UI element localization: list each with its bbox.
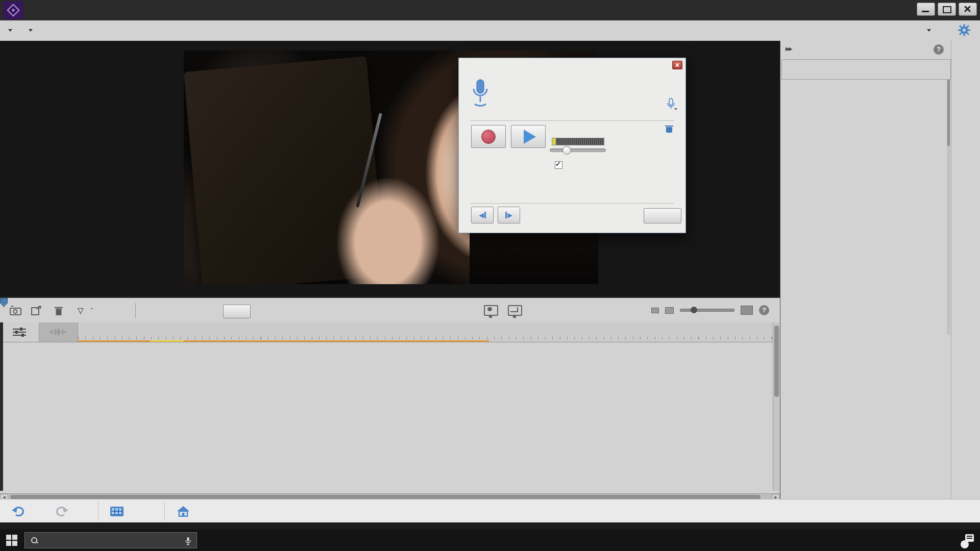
redo-button[interactable]	[55, 499, 74, 523]
narration-dialog: ◀ ▶	[458, 58, 686, 233]
dialog-close-icon[interactable]	[672, 61, 682, 69]
time-ruler[interactable]	[78, 322, 773, 342]
snapshot-camera-icon[interactable]	[9, 305, 22, 317]
chevron-down-icon	[29, 29, 33, 34]
collapse-panel-icon[interactable]: ▶▶	[786, 46, 791, 52]
window-controls	[917, 3, 977, 16]
previous-button[interactable]: ◀	[471, 207, 494, 223]
zoom-small-icon[interactable]	[665, 307, 674, 314]
zoom-out-icon[interactable]	[651, 308, 659, 313]
notification-badge	[961, 540, 969, 548]
record-button[interactable]	[471, 125, 506, 148]
tools-panel: ▶▶ ?	[780, 41, 980, 499]
sensitivity-slider-thumb[interactable]	[562, 146, 571, 155]
start-button[interactable]	[6, 535, 17, 546]
narration-mic-icon	[471, 79, 489, 110]
preview-hand	[337, 178, 439, 284]
status-bar	[0, 499, 980, 523]
chevron-down-icon	[927, 29, 931, 34]
add-media-button[interactable]	[5, 27, 12, 35]
timeline-panel: ▽ˇ ?	[0, 297, 780, 500]
play-icon	[524, 130, 536, 144]
new-item-icon[interactable]	[31, 305, 43, 318]
fullscreen-monitor-icon[interactable]	[508, 305, 522, 316]
timeline-zoom-controls: ?	[651, 305, 769, 315]
record-icon	[481, 130, 496, 144]
titlebar	[0, 0, 980, 20]
notification-center-icon[interactable]	[962, 534, 974, 546]
mic-sensitivity-slider[interactable]	[550, 148, 606, 152]
close-button[interactable]	[959, 3, 977, 16]
gear-icon[interactable]	[958, 23, 971, 38]
create-button[interactable]	[924, 27, 931, 35]
chevron-down-icon	[8, 29, 12, 34]
play-button[interactable]	[511, 125, 546, 148]
project-assets-button[interactable]	[26, 27, 33, 35]
window-gap	[0, 522, 980, 530]
markers-dropdown[interactable]: ▽ˇ	[78, 306, 93, 315]
home-icon	[177, 506, 190, 517]
maximize-button[interactable]	[938, 3, 956, 16]
search-mic-icon[interactable]	[185, 537, 191, 547]
mute-audio-checkbox[interactable]	[555, 161, 562, 169]
redo-icon	[55, 506, 69, 517]
premiere-elements-logo-icon	[3, 1, 23, 21]
mic-level-meter	[552, 138, 604, 145]
home-screen-button[interactable]	[177, 499, 194, 523]
timeline-toolbar: ▽ˇ ?	[0, 301, 780, 321]
chevron-down-icon: ˇ	[91, 307, 93, 315]
render-bar	[150, 340, 184, 342]
undo-icon	[11, 506, 25, 517]
taskbar-search-input[interactable]	[24, 532, 197, 548]
delete-trash-icon[interactable]	[54, 305, 64, 318]
timeline-settings-icon[interactable]	[0, 322, 39, 342]
zoom-in-icon[interactable]	[741, 306, 753, 315]
next-icon: ▶	[507, 211, 512, 219]
audio-view-icon[interactable]	[39, 322, 79, 342]
tools-scrollbar[interactable]	[947, 80, 950, 335]
windows-taskbar	[0, 530, 980, 551]
zoom-slider-thumb[interactable]	[691, 307, 697, 313]
timeline-zoom-slider[interactable]	[680, 309, 734, 312]
action-bar	[0, 20, 980, 41]
mic-source-dropdown[interactable]	[666, 98, 677, 113]
work-area-bar	[78, 340, 489, 342]
track-header-tabs	[0, 322, 78, 342]
panel-edge	[0, 322, 3, 491]
mode-strip	[951, 41, 980, 499]
minimize-button[interactable]	[917, 3, 935, 16]
render-button[interactable]	[223, 305, 251, 318]
done-button[interactable]	[644, 208, 681, 223]
organizer-grid-icon	[110, 507, 124, 516]
timeline-vertical-scrollbar[interactable]	[773, 322, 780, 491]
tools-tabs	[781, 59, 951, 80]
organizer-button[interactable]	[110, 499, 128, 523]
next-button[interactable]: ▶	[498, 207, 520, 223]
search-icon	[31, 537, 37, 543]
premiere-elements-window: ▶▶ ? ▽ˇ	[0, 0, 980, 551]
previous-icon: ◀	[479, 211, 484, 219]
monitor-settings-icon[interactable]	[484, 305, 498, 316]
undo-button[interactable]	[11, 499, 30, 523]
help-icon[interactable]: ?	[934, 44, 944, 55]
timeline-help-icon[interactable]: ?	[759, 305, 769, 315]
